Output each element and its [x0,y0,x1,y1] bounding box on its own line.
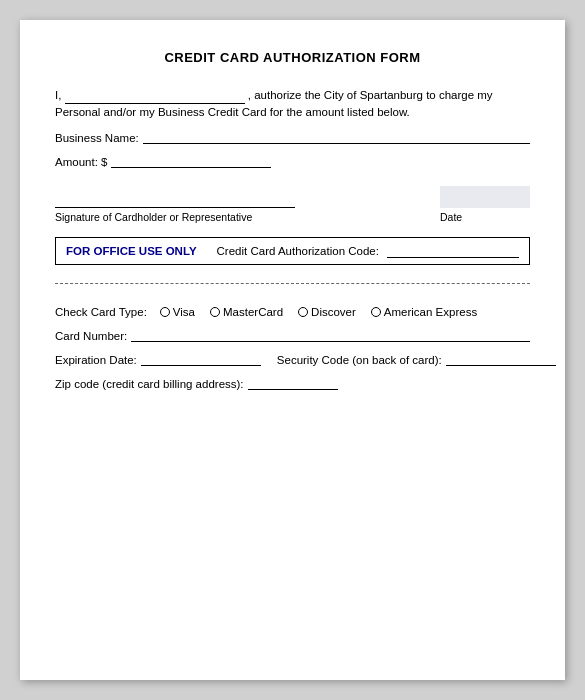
amex-circle[interactable] [371,307,381,317]
card-option-visa: Visa [157,306,195,318]
security-label: Security Code (on back of card): [277,354,442,366]
zip-row: Zip code (credit card billing address): [55,376,530,390]
zip-field[interactable] [248,376,338,390]
security-block: Security Code (on back of card): [277,352,556,366]
date-block: Date [440,186,530,223]
visa-label: Visa [173,306,195,318]
form-title: CREDIT CARD AUTHORIZATION FORM [55,50,530,65]
date-field[interactable] [440,186,530,208]
amount-row: Amount: $ [55,154,530,168]
auth-code-field[interactable] [387,244,519,258]
authorization-section: I, , authorize the City of Spartanburg t… [55,87,530,168]
security-code-field[interactable] [446,352,556,366]
signature-field[interactable] [55,186,295,208]
card-option-discover: Discover [295,306,356,318]
card-number-label: Card Number: [55,330,127,342]
auth-code-label: Credit Card Authorization Code: [217,245,379,257]
name-field[interactable] [65,90,245,104]
expiry-field[interactable] [141,352,261,366]
signature-date-row: Signature of Cardholder or Representativ… [55,186,530,223]
discover-circle[interactable] [298,307,308,317]
visa-circle[interactable] [160,307,170,317]
amex-label: American Express [384,306,477,318]
signature-label: Signature of Cardholder or Representativ… [55,211,252,223]
office-use-section: FOR OFFICE USE ONLY Credit Card Authoriz… [55,237,530,265]
card-section: Check Card Type: Visa MasterCard Discove… [55,306,530,390]
expiry-security-row: Expiration Date: Security Code (on back … [55,352,530,366]
amount-field[interactable] [111,154,271,168]
mastercard-circle[interactable] [210,307,220,317]
intro-text: I, , authorize the City of Spartanburg t… [55,87,530,122]
discover-label: Discover [311,306,356,318]
card-type-label: Check Card Type: [55,306,147,318]
card-number-field[interactable] [131,328,530,342]
amount-label: Amount: $ [55,156,107,168]
expiry-label: Expiration Date: [55,354,137,366]
divider [55,283,530,284]
form-page: CREDIT CARD AUTHORIZATION FORM I, , auth… [20,20,565,680]
business-name-row: Business Name: [55,130,530,144]
intro-prefix: I, [55,89,61,101]
expiry-block: Expiration Date: [55,352,261,366]
card-number-row: Card Number: [55,328,530,342]
zip-label: Zip code (credit card billing address): [55,378,244,390]
card-option-mastercard: MasterCard [207,306,283,318]
mastercard-label: MasterCard [223,306,283,318]
business-name-label: Business Name: [55,132,139,144]
business-name-field[interactable] [143,130,530,144]
office-use-label: FOR OFFICE USE ONLY [66,245,197,257]
date-label: Date [440,211,462,223]
card-option-amex: American Express [368,306,477,318]
card-type-row: Check Card Type: Visa MasterCard Discove… [55,306,530,318]
signature-block: Signature of Cardholder or Representativ… [55,186,295,223]
